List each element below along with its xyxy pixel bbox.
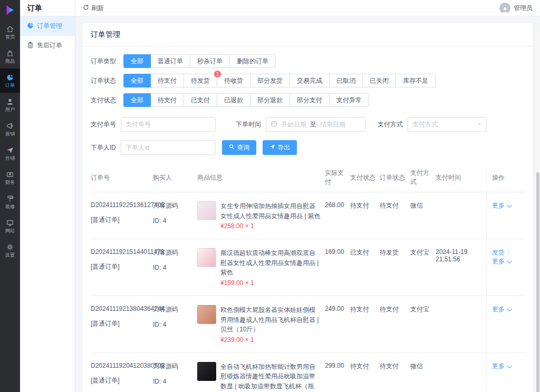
column-header-操作: 操作 [486, 168, 525, 188]
buyer-name: 刀客源码 [153, 305, 193, 314]
order-time-range-picker[interactable]: 开始日期 至 结束日期 [266, 117, 366, 132]
filter-option-已支付[interactable]: 已支付 [184, 93, 217, 107]
action-更多-link[interactable]: 更多 [492, 362, 510, 370]
action-更多-link[interactable]: 更多 [492, 258, 510, 265]
sidebar-item-label: 财务 [5, 180, 15, 184]
action-发货-link[interactable]: 发货 [492, 249, 505, 256]
filter-option-秒杀订单[interactable]: 秒杀订单 [190, 54, 230, 68]
product-price-qty: ¥159.00 × 1 [220, 279, 321, 287]
filter-label: 支付状态 [91, 96, 118, 105]
order-no: D20241119225136127403 [91, 201, 149, 209]
submenu-item-售后订单[interactable]: 售后订单 [20, 36, 75, 55]
filter-option-支付异常[interactable]: 支付异常 [329, 93, 369, 107]
sidebar-item-label: 设置 [5, 252, 15, 257]
app-logo[interactable] [0, 0, 20, 20]
pay-method: 支付宝 [410, 296, 436, 352]
admin-label: 管理员 [514, 4, 533, 13]
sidebar-item-首页[interactable]: 首页 [0, 20, 20, 44]
actual-pay: 249.00 [325, 296, 350, 352]
filter-option-交易完成[interactable]: 交易完成 [290, 74, 330, 87]
filter-option-删除的订单[interactable]: 删除的订单 [229, 54, 276, 68]
filter-option-待发货[interactable]: 待发货1 [184, 74, 217, 87]
filter-option-部分支付[interactable]: 部分支付 [290, 93, 330, 107]
filter-option-已关闭[interactable]: 已关闭 [362, 74, 396, 87]
pay-time [436, 353, 486, 392]
refresh-button[interactable]: 刷新 [83, 4, 104, 13]
goods-icon [6, 50, 14, 57]
pay-method: 支付宝 [410, 239, 436, 296]
actual-pay: 299.00 [325, 353, 350, 392]
filter-option-部分发货[interactable]: 部分发货 [250, 74, 290, 87]
sidebar-item-用户[interactable]: 用户 [0, 93, 20, 117]
filter-option-全部[interactable]: 全部 [123, 54, 151, 68]
order-row: D20241119215144011473[普通订单]刀客源码ID: 4斯汉德超… [91, 239, 525, 296]
sidebar-item-设置[interactable]: 设置 [0, 238, 20, 262]
refresh-icon [83, 4, 89, 12]
submenu-item-订单管理[interactable]: 订单管理 [20, 16, 75, 36]
admin-menu[interactable]: 管理员 [499, 3, 533, 14]
chevron-down-icon [507, 363, 512, 368]
product-thumbnail [197, 305, 216, 324]
column-header-商品信息: 商品信息 [197, 168, 325, 188]
column-header-实际支付: 实际支付 [325, 163, 350, 192]
action-更多-link[interactable]: 更多 [492, 202, 510, 209]
filter-row: 订单状态全部待支付待发货1待收货部分发货交易完成已取消已关闭库存不足 [91, 74, 525, 87]
sidebar-item-网站[interactable]: 网站 [0, 214, 20, 238]
filter-option-普通订单[interactable]: 普通订单 [150, 54, 190, 68]
export-button[interactable]: 导出 [263, 140, 297, 155]
filter-option-库存不足[interactable]: 库存不足 [396, 74, 436, 87]
distribution-icon [6, 146, 14, 154]
sidebar-item-label: 装修 [5, 204, 15, 209]
finance-icon [6, 171, 14, 178]
buyer-id: ID: 4 [153, 378, 193, 385]
action-更多-link[interactable]: 更多 [492, 306, 510, 313]
sidebar-item-营销[interactable]: 营销 [0, 117, 20, 141]
export-label: 导出 [277, 143, 290, 152]
product-thumbnail [197, 201, 216, 220]
orders-table-body: D20241119225136127403[普通订单]刀客源码ID: 4女生专用… [91, 192, 525, 392]
scrollbar-thumb[interactable] [536, 172, 539, 392]
buyer-id-input[interactable] [121, 140, 216, 155]
submenu-item-label: 订单管理 [37, 22, 62, 31]
column-header-支付时间: 支付时间 [436, 168, 486, 188]
order-row: D20241119225136127403[普通订单]刀客源码ID: 4女生专用… [91, 192, 525, 239]
sidebar-item-财务[interactable]: 财务 [0, 165, 20, 190]
filter-option-全部[interactable]: 全部 [123, 93, 151, 107]
filter-row: 订单类型全部普通订单秒杀订单删除的订单 [91, 54, 525, 68]
product-title: 女生专用伸缩加热抽插女用自慰器女性成人性爱用品女情趣用品 | 紫色 [220, 201, 321, 221]
column-header-订单状态: 订单状态 [380, 168, 410, 188]
sidebar-item-分销[interactable]: 分销 [0, 141, 20, 165]
window-scrollbar[interactable] [536, 33, 540, 392]
sidebar-item-商品[interactable]: 商品 [0, 44, 20, 68]
pay-method-select[interactable]: 支付方式 [408, 117, 487, 132]
pay-time [436, 192, 486, 239]
product-title: 斯汉德超软震动棒女用高潮双震自慰器女性成人性爱用品女情趣用品 | 紫色 [220, 248, 321, 278]
sidebar-item-订单[interactable]: 订单 [0, 68, 20, 93]
filter-option-待支付[interactable]: 待支付 [150, 93, 184, 107]
sidebar-item-label: 用户 [5, 107, 15, 112]
buyer-name: 刀客源码 [153, 201, 193, 210]
order-status: 待支付 [380, 353, 410, 392]
submenu-title: 订单 [20, 0, 75, 16]
filter-option-待收货[interactable]: 待收货 [217, 74, 250, 87]
query-button[interactable]: 查询 [222, 140, 256, 155]
filter-option-全部[interactable]: 全部 [123, 74, 151, 87]
filter-option-已取消[interactable]: 已取消 [329, 74, 363, 87]
submenu-items: 订单管理售后订单 [20, 16, 75, 55]
product-price-qty: ¥258.00 × 1 [220, 222, 321, 230]
pay-status: 待支付 [350, 296, 380, 352]
filter-option-待支付[interactable]: 待支付 [150, 74, 184, 87]
filter-option-已退款[interactable]: 已退款 [217, 93, 250, 107]
order-time-label: 下单时间 [236, 120, 261, 129]
order-status: 待支付 [380, 192, 410, 239]
product-info: 女生专用伸缩加热抽插女用自慰器女性成人性爱用品女情趣用品 | 紫色¥258.00… [197, 201, 321, 230]
sidebar-item-装修[interactable]: 装修 [0, 190, 20, 214]
column-header-购买人: 购买人 [153, 168, 197, 188]
filter-option-部分退款[interactable]: 部分退款 [250, 93, 290, 107]
logo-icon [4, 4, 16, 16]
actual-pay: 169.00 [325, 239, 350, 296]
column-header-订单号: 订单号 [91, 168, 153, 188]
pay-no-input[interactable] [121, 117, 216, 132]
refresh-label: 刷新 [91, 4, 104, 13]
product-info: 全自动飞机杯加热智能计数男用自慰锻炼器情趣性爱用品吮吸加温带数显 | 吮吸加温带… [197, 362, 321, 392]
